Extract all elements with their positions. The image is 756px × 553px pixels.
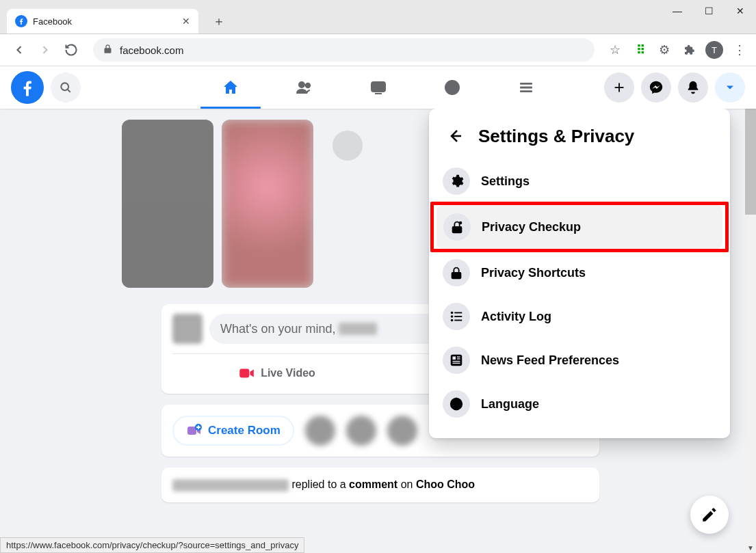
svg-point-3 [305, 83, 309, 87]
menu-label: Privacy Shortcuts [481, 266, 586, 280]
globe-icon [443, 390, 470, 418]
browser-tab[interactable]: Facebook ✕ [7, 9, 198, 33]
nav-home[interactable] [196, 68, 265, 107]
redacted-name [339, 323, 377, 335]
menu-item-privacy-checkup[interactable]: Privacy Checkup [436, 205, 722, 249]
browser-toolbar: facebook.com ☆ ⠿ ⚙ T ⋮ [0, 34, 756, 66]
messenger-button[interactable] [641, 72, 671, 103]
list-icon [443, 303, 470, 330]
content-area: What's on your mind, Live Video Photo/Vi… [0, 109, 756, 553]
live-video-button[interactable]: Live Video [172, 360, 380, 387]
settings-privacy-panel: Settings & Privacy Settings Privacy Chec… [429, 109, 730, 438]
notifications-button[interactable] [678, 72, 708, 103]
menu-item-language[interactable]: Language [436, 382, 723, 426]
chrome-menu-icon[interactable]: ⋮ [731, 42, 748, 58]
svg-rect-12 [520, 90, 532, 92]
create-room-label: Create Room [208, 424, 281, 437]
minimize-button[interactable]: ― [662, 0, 693, 22]
svg-point-9 [454, 85, 457, 88]
page-scrollbar[interactable] [745, 78, 756, 553]
svg-rect-25 [454, 316, 462, 317]
browser-status-bar: https://www.facebook.com/privacy/checkup… [0, 537, 304, 553]
gear-icon [443, 167, 470, 195]
url-text: facebook.com [120, 44, 183, 56]
story-card[interactable] [222, 120, 313, 288]
profile-avatar[interactable]: T [705, 41, 723, 59]
svg-point-21 [451, 312, 454, 314]
svg-point-23 [451, 319, 454, 322]
reload-button[interactable] [60, 39, 82, 61]
scroll-down-arrow[interactable]: ▼ [745, 542, 756, 553]
live-video-icon [237, 364, 255, 382]
live-video-label: Live Video [261, 367, 315, 379]
create-room-icon [186, 422, 203, 439]
story-card-placeholder[interactable] [322, 120, 413, 288]
search-button[interactable] [51, 72, 81, 103]
menu-label: News Feed Preferences [481, 353, 619, 368]
extension-bug-icon[interactable]: ⚙ [656, 42, 673, 58]
tab-title: Facebook [33, 16, 182, 27]
feed-item[interactable]: replied to a comment on Choo Choo [161, 468, 599, 502]
svg-rect-29 [457, 357, 460, 358]
feed-text-bold: comment [349, 478, 397, 490]
feed-text: on [401, 478, 416, 490]
nav-menu[interactable] [492, 68, 560, 107]
close-tab-icon[interactable]: ✕ [182, 16, 190, 27]
feed-text: replied to a [291, 478, 349, 490]
menu-item-settings[interactable]: Settings [436, 159, 723, 203]
svg-point-20 [459, 221, 462, 225]
svg-point-22 [451, 315, 454, 318]
story-card[interactable] [122, 120, 213, 288]
svg-point-2 [299, 82, 304, 87]
menu-label: Settings [481, 174, 530, 189]
menu-item-activity-log[interactable]: Activity Log [436, 295, 723, 338]
room-contact-avatar[interactable] [387, 416, 417, 446]
highlight-annotation: Privacy Checkup [430, 202, 729, 252]
nav-watch[interactable] [344, 68, 413, 107]
user-avatar[interactable] [172, 314, 203, 344]
facebook-favicon [15, 15, 27, 27]
room-contact-avatar[interactable] [305, 416, 335, 446]
svg-rect-30 [457, 358, 460, 359]
create-button[interactable] [604, 72, 634, 103]
window-controls: ― ☐ ✕ [662, 0, 756, 27]
panel-back-button[interactable] [443, 124, 467, 148]
svg-rect-32 [453, 363, 460, 364]
nav-friends[interactable] [270, 68, 339, 107]
header-right [604, 72, 745, 103]
feed-text-bold: Choo Choo [416, 478, 475, 490]
panel-title: Settings & Privacy [478, 126, 634, 147]
create-room-button[interactable]: Create Room [172, 416, 294, 446]
center-nav [196, 68, 560, 107]
svg-line-1 [68, 90, 70, 92]
svg-rect-16 [187, 427, 196, 435]
news-feed-icon [443, 347, 470, 374]
menu-item-news-feed-preferences[interactable]: News Feed Preferences [436, 338, 723, 382]
lock-icon [103, 44, 113, 57]
forward-button[interactable] [34, 39, 56, 61]
svg-rect-26 [454, 320, 462, 321]
extension-grid-icon[interactable]: ⠿ [631, 42, 648, 58]
nav-groups[interactable] [418, 68, 486, 107]
menu-label: Language [481, 397, 539, 412]
menu-label: Activity Log [481, 310, 551, 324]
composer-placeholder: What's on your mind, [220, 322, 336, 336]
svg-rect-19 [196, 427, 200, 428]
compose-fab[interactable] [690, 496, 729, 534]
svg-rect-24 [454, 312, 462, 314]
room-contact-avatar[interactable] [346, 416, 376, 446]
extensions-puzzle-icon[interactable] [681, 42, 697, 58]
maximize-button[interactable]: ☐ [693, 0, 725, 22]
privacy-checkup-icon [443, 213, 471, 241]
svg-rect-27 [451, 355, 462, 366]
bookmark-star-icon[interactable]: ☆ [607, 42, 623, 58]
close-window-button[interactable]: ✕ [725, 0, 756, 22]
account-dropdown-button[interactable] [715, 72, 745, 103]
menu-item-privacy-shortcuts[interactable]: Privacy Shortcuts [436, 251, 723, 295]
svg-rect-10 [520, 83, 532, 85]
new-tab-button[interactable]: ＋ [209, 12, 229, 31]
redacted-name [172, 479, 289, 491]
address-bar[interactable]: facebook.com [93, 38, 595, 62]
facebook-logo[interactable] [11, 71, 44, 104]
back-button[interactable] [8, 39, 30, 61]
